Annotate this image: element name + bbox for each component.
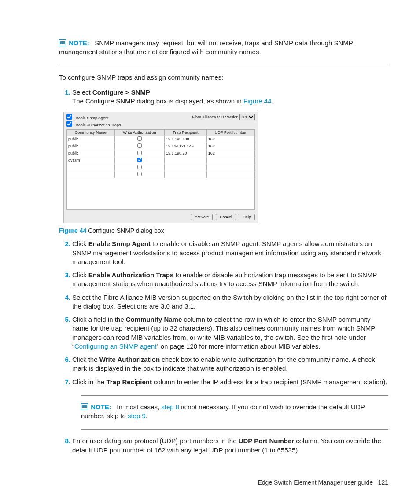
cancel-button[interactable]: Cancel [216,214,236,220]
figure-caption: Figure 44 Configure SNMP dialog box [59,227,388,235]
note-block-step8: NOTE: In most cases, step 8 is not neces… [81,403,388,421]
help-button[interactable]: Help [239,214,255,220]
table-row[interactable]: public15.1.198.20162 [67,150,255,157]
divider [81,429,388,430]
mib-version-select[interactable]: Fibre Alliance MIB Version 3.1 [192,114,255,120]
step9-link[interactable]: step 9 [128,412,146,419]
step-number: 1. [59,88,70,97]
step8-link[interactable]: step 8 [161,403,179,411]
divider [59,66,388,66]
col-community-name: Community Name [67,130,115,136]
table-row[interactable] [67,164,255,171]
table-row[interactable]: ovasm [67,157,255,164]
note-block-top: NOTE: SNMP managers may request, but wil… [59,39,388,57]
col-write-auth: Write Authorization [114,130,164,136]
note-icon [59,39,66,46]
configure-snmp-dialog: EEnable Snmp Agentnable Snmp Agent Enabl… [63,112,258,223]
step-6: 6. Click the Write Authorization check b… [59,355,388,373]
snmp-table: Community Name Write Authorization Trap … [66,129,255,178]
col-udp-port: UDP Port Number [206,130,254,136]
note-icon [81,403,88,410]
enable-snmp-agent-checkbox[interactable]: EEnable Snmp Agentnable Snmp Agent [66,114,121,121]
step-8: 8. Enter user datagram protocol (UDP) po… [59,437,388,455]
step-4: 4. Select the Fibre Alliance MIB version… [59,293,388,311]
table-row[interactable]: public15.144.121.149162 [67,143,255,150]
enable-auth-traps-checkbox[interactable]: Enable Authorization Traps [66,121,121,128]
activate-button[interactable]: Activate [191,214,213,220]
divider [81,395,388,396]
step-7: 7. Click in the Trap Recipient column to… [59,378,388,386]
figure-link[interactable]: Figure 44 [243,97,271,105]
step-2: 2. Click Enable Snmp Agent to enable or … [59,239,388,266]
page-footer: Edge Switch Element Manager user guide 1… [48,478,388,487]
configuring-snmp-link[interactable]: Configuring an SNMP agent [74,342,157,350]
step-5: 5. Click a field in the Community Name c… [59,315,388,351]
note-text: SNMP managers may request, but will not … [59,39,353,55]
note-label: NOTE: [69,39,89,47]
intro-text: To configure SNMP traps and assign commu… [59,73,388,82]
col-trap-recipient: Trap Recipient [165,130,207,136]
step-3: 3. Click Enable Authorization Traps to e… [59,271,388,289]
table-row[interactable]: public15.1.195.180162 [67,136,255,143]
step-1: 1. Select Configure > SNMP. The Configur… [59,88,388,106]
table-row[interactable] [67,171,255,178]
